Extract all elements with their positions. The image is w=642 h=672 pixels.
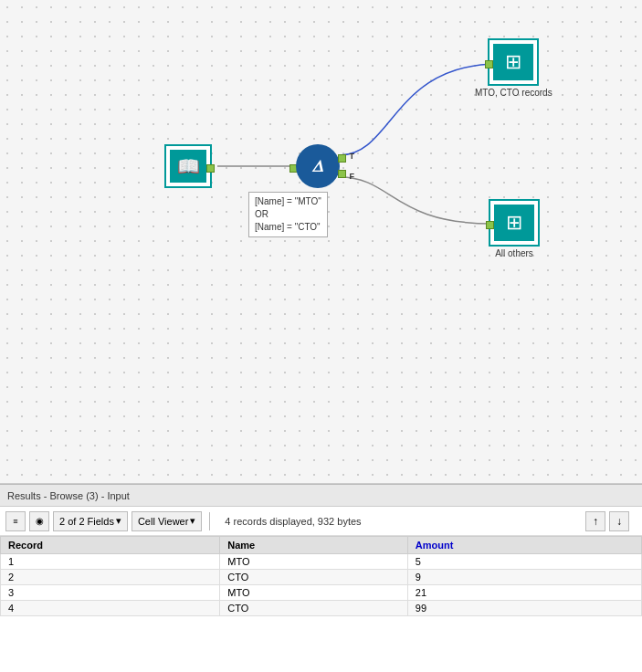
view-btn[interactable]: ◉ <box>29 511 49 531</box>
toolbar: ≡ ◉ 2 of 2 Fields ▾ Cell Viewer ▾ 4 reco… <box>0 507 642 536</box>
bottom-panel: Results - Browse (3) - Input ≡ ◉ 2 of 2 … <box>0 484 642 616</box>
browse-mto-node[interactable]: ⊞ MTO, CTO records <box>475 38 553 98</box>
cell-name: MTO <box>220 554 408 570</box>
cell-record: 1 <box>1 554 220 570</box>
scroll-down-btn[interactable]: ↓ <box>609 511 629 531</box>
panel-toggle-btn[interactable]: ≡ <box>5 511 26 531</box>
cell-amount: 21 <box>407 585 641 601</box>
fields-dropdown-btn[interactable]: 2 of 2 Fields ▾ <box>53 511 128 531</box>
true-label: T <box>350 152 355 161</box>
cell-name: CTO <box>220 601 408 616</box>
cell-amount: 9 <box>407 570 641 585</box>
cell-amount: 5 <box>407 554 641 570</box>
browse-mto-icon: ⊞ <box>505 50 521 74</box>
viewer-chevron-icon: ▾ <box>190 515 195 527</box>
browse-all-node[interactable]: ⊞ All others <box>489 199 540 258</box>
filter-node[interactable]: 𝛥 T F [Name] = "MTO"OR[Name] = "CTO" <box>294 144 342 188</box>
cell-amount: 99 <box>407 601 641 616</box>
cell-record: 3 <box>1 585 220 601</box>
filter-condition-label: [Name] = "MTO"OR[Name] = "CTO" <box>248 192 328 237</box>
data-table-container: Record Name Amount 1MTO52CTO93MTO214CTO9… <box>0 536 642 616</box>
fields-label: 2 of 2 Fields <box>59 516 114 527</box>
browse-all-label: All others <box>495 248 533 258</box>
output-port[interactable] <box>206 164 215 173</box>
toolbar-separator <box>209 512 210 530</box>
cell-viewer-label: Cell Viewer <box>138 516 188 527</box>
filter-icon: 𝛥 <box>312 157 323 176</box>
table-row: 1MTO5 <box>1 554 642 570</box>
scroll-up-btn[interactable]: ↑ <box>585 511 605 531</box>
workflow-canvas[interactable]: 📖 𝛥 T F [Name] = "MTO"OR[Name] = "CTO" <box>0 0 642 484</box>
browse-all-icon: ⊞ <box>506 211 522 235</box>
table-row: 2CTO9 <box>1 570 642 585</box>
book-icon: 📖 <box>177 155 200 177</box>
browse-mto-input-port[interactable] <box>485 60 493 68</box>
false-label: F <box>350 172 355 181</box>
cell-name: MTO <box>220 585 408 601</box>
input-node[interactable]: 📖 <box>164 144 212 188</box>
table-row: 4CTO99 <box>1 601 642 616</box>
cell-name: CTO <box>220 570 408 585</box>
col-header-amount: Amount <box>407 537 641 554</box>
browse-mto-label: MTO, CTO records <box>475 88 553 98</box>
cell-record: 4 <box>1 601 220 616</box>
results-title: Results - Browse (3) - Input <box>7 490 130 501</box>
browse-all-input-port[interactable] <box>486 221 494 229</box>
col-header-name: Name <box>220 537 408 554</box>
cell-record: 2 <box>1 570 220 585</box>
true-port[interactable] <box>338 154 346 163</box>
results-bar: Results - Browse (3) - Input <box>0 485 642 507</box>
table-body: 1MTO52CTO93MTO214CTO99 <box>1 554 642 616</box>
data-table: Record Name Amount 1MTO52CTO93MTO214CTO9… <box>0 536 642 616</box>
false-port[interactable] <box>338 170 346 178</box>
table-row: 3MTO21 <box>1 585 642 601</box>
cell-viewer-dropdown-btn[interactable]: Cell Viewer ▾ <box>132 511 202 531</box>
record-info: 4 records displayed, 932 bytes <box>225 516 361 527</box>
fields-chevron-icon: ▾ <box>116 515 121 527</box>
col-header-record: Record <box>1 537 220 554</box>
